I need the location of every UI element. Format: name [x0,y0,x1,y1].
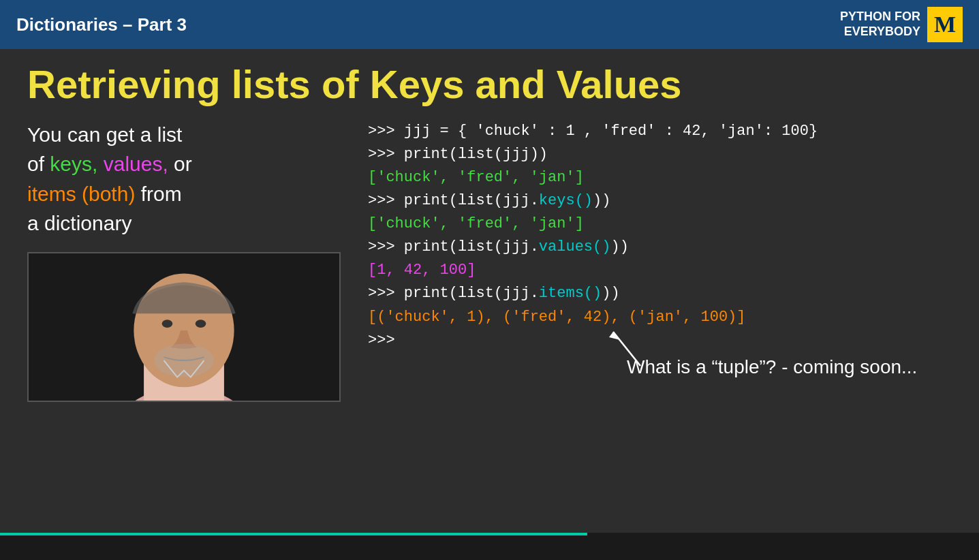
code-line-2: >>> print(list(jjj)) [368,143,952,166]
svg-point-4 [162,320,173,328]
university-logo: M [927,7,963,42]
bottom-bar [0,533,979,560]
annotation-area: What is a “tuple”? - coming soon... [368,359,952,382]
code-output-1: ['chuck', 'fred', 'jan'] [368,166,952,189]
code-panel: >>> jjj = { 'chuck' : 1 , 'fred' : 42, '… [368,120,952,526]
code-line-3: >>> print(list(jjj.keys())) [368,189,952,213]
logo-area: PYTHON FOR EVERYBODY M [840,7,963,42]
text-keys: keys, [50,153,97,175]
code-output-4: [('chuck', 1), ('fred', 42), ('jan', 100… [368,306,952,329]
content-area: You can get a list of keys, values, or i… [27,120,952,526]
description-text: You can get a list of keys, values, or i… [27,120,341,238]
text-values: values, [97,153,168,175]
annotation-text: What is a “tuple”? - coming soon... [627,352,917,382]
code-line-4: >>> print(list(jjj.values())) [368,236,952,259]
text-line1: You can get a list [27,123,182,146]
code-output-3: [1, 42, 100] [368,259,952,282]
svg-point-5 [196,320,206,328]
code-line-5: >>> print(list(jjj.items())) [368,282,952,305]
text-from: from [135,183,181,205]
annotation-arrow [600,318,654,373]
slide-title: Retrieving lists of Keys and Values [27,63,952,106]
slide-section-title: Dictionaries – Part 3 [16,14,187,35]
code-output-2: ['chuck', 'fred', 'jan'] [368,213,952,236]
progress-bar [0,533,587,535]
code-line-prompt: >>> [368,329,952,352]
top-bar: Dictionaries – Part 3 PYTHON FOR EVERYBO… [0,0,979,49]
text-or: or [168,153,192,175]
code-block: >>> jjj = { 'chuck' : 1 , 'fred' : 42, '… [368,120,952,352]
main-content: Retrieving lists of Keys and Values You … [0,49,979,533]
svg-point-6 [154,343,214,377]
text-dictionary: a dictionary [27,212,131,234]
presenter-image [27,252,341,402]
left-panel: You can get a list of keys, values, or i… [27,120,341,526]
presenter-svg [29,253,339,401]
text-line2-prefix: of [27,153,50,175]
code-line-1: >>> jjj = { 'chuck' : 1 , 'fred' : 42, '… [368,120,952,143]
logo-text: PYTHON FOR EVERYBODY [840,10,920,39]
text-items: items (both) [27,183,135,205]
